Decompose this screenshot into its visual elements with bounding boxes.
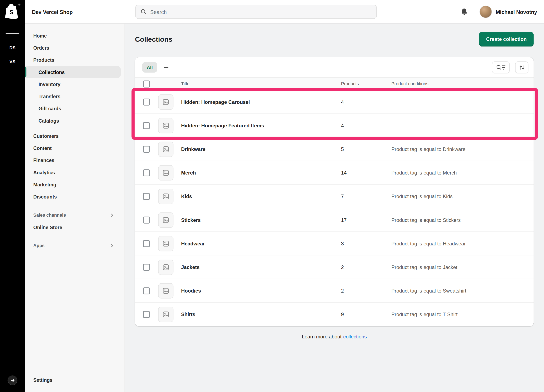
product-condition: Product tag is equal to Headwear — [391, 241, 526, 246]
sidebar-item-online-store[interactable]: Online Store — [25, 221, 125, 233]
row-checkbox[interactable] — [143, 193, 150, 200]
sidebar-item-finances[interactable]: Finances — [25, 154, 125, 166]
collection-title: Hoodies — [181, 288, 341, 294]
table-row[interactable]: Jackets 2 Product tag is equal to Jacket — [135, 255, 534, 279]
collection-title: Shirts — [181, 312, 341, 317]
collection-thumbnail — [158, 307, 173, 322]
store-shortcut-ds[interactable]: DS — [0, 45, 25, 50]
select-all-checkbox[interactable] — [143, 80, 150, 87]
create-collection-button[interactable]: Create collection — [479, 32, 534, 47]
sidebar-item-products[interactable]: Products — [25, 54, 125, 66]
table-header: Title Products Product conditions — [135, 77, 534, 90]
row-checkbox[interactable] — [143, 146, 150, 152]
sidebar-item-orders[interactable]: Orders — [25, 42, 125, 54]
image-placeholder-icon — [162, 193, 169, 200]
notifications-button[interactable] — [458, 6, 470, 18]
chevron-right-icon — [110, 244, 114, 248]
sidebar-item-content[interactable]: Content — [25, 142, 125, 154]
table-row[interactable]: Stickers 17 Product tag is equal to Stic… — [135, 208, 534, 232]
sidebar-item-inventory[interactable]: Inventory — [25, 78, 125, 90]
app-rail: S DS VS — [0, 0, 25, 392]
table-row[interactable]: Hidden: Homepage Carousel 4 — [135, 90, 534, 114]
product-count: 4 — [341, 99, 391, 105]
rail-divider — [6, 33, 20, 34]
sidebar: Home Orders Products Collections Invento… — [25, 24, 125, 392]
collection-title: Headwear — [181, 241, 341, 246]
product-count: 9 — [341, 312, 391, 317]
bell-icon — [461, 8, 467, 16]
product-condition: Product tag is equal to Stickers — [391, 217, 526, 223]
shopify-logo-icon[interactable]: S — [4, 3, 21, 21]
search-filter-icon — [496, 65, 505, 70]
row-checkbox[interactable] — [143, 287, 150, 294]
sidebar-item-home[interactable]: Home — [25, 30, 125, 42]
row-checkbox[interactable] — [143, 216, 150, 223]
row-checkbox[interactable] — [143, 122, 150, 129]
row-checkbox[interactable] — [143, 98, 150, 105]
sort-button[interactable] — [515, 61, 528, 73]
apps-label: Apps — [33, 243, 45, 248]
table-row[interactable]: Drinkware 5 Product tag is equal to Drin… — [135, 137, 534, 161]
product-count: 3 — [341, 241, 391, 246]
product-condition: Product tag is equal to Jacket — [391, 264, 526, 270]
table-row[interactable]: Kids 7 Product tag is equal to Kids — [135, 185, 534, 208]
row-checkbox[interactable] — [143, 311, 150, 318]
sidebar-section-sales-channels[interactable]: Sales channels — [25, 209, 125, 221]
chevron-right-icon — [110, 213, 114, 217]
table-row[interactable]: Headwear 3 Product tag is equal to Headw… — [135, 232, 534, 255]
row-checkbox[interactable] — [143, 169, 150, 176]
sidebar-item-collections[interactable]: Collections — [25, 66, 121, 78]
add-view-button[interactable] — [161, 62, 171, 72]
product-condition: Product tag is equal to Sweatshirt — [391, 288, 526, 294]
collection-thumbnail — [158, 259, 173, 275]
column-header-conditions: Product conditions — [391, 81, 526, 87]
topbar-right: Michael Novotny — [458, 0, 537, 24]
sidebar-section-apps[interactable]: Apps — [25, 240, 125, 252]
search-filter-button[interactable] — [492, 61, 510, 73]
table-row[interactable]: Hoodies 2 Product tag is equal to Sweats… — [135, 279, 534, 303]
row-checkbox[interactable] — [143, 264, 150, 270]
store-shortcut-vs[interactable]: VS — [0, 59, 25, 64]
table-row[interactable]: Merch 14 Product tag is equal to Merch — [135, 161, 534, 184]
product-count: 5 — [341, 146, 391, 152]
main-content: Collections Create collection All — [125, 24, 544, 392]
sidebar-item-marketing[interactable]: Marketing — [25, 178, 125, 190]
table-row[interactable]: Shirts 9 Product tag is equal to T-Shirt — [135, 303, 534, 326]
image-placeholder-icon — [162, 122, 169, 129]
rail-expand-button[interactable] — [8, 375, 18, 385]
image-placeholder-icon — [162, 216, 169, 223]
sidebar-item-catalogs[interactable]: Catalogs — [25, 114, 125, 127]
sidebar-item-transfers[interactable]: Transfers — [25, 90, 125, 102]
image-placeholder-icon — [162, 287, 169, 294]
sidebar-item-settings[interactable]: Settings — [25, 374, 124, 386]
page-title: Collections — [135, 35, 172, 43]
image-placeholder-icon — [162, 264, 169, 270]
sales-channels-label: Sales channels — [33, 213, 66, 218]
card-header: All — [135, 57, 534, 77]
table-row[interactable]: Hidden: Homepage Featured Items 4 — [135, 114, 534, 137]
sort-icon — [519, 65, 525, 70]
column-header-products: Products — [341, 81, 391, 87]
search-input[interactable] — [150, 5, 376, 18]
global-search[interactable] — [135, 5, 377, 19]
sidebar-item-gift-cards[interactable]: Gift cards — [25, 102, 125, 114]
shop-name: Dev Vercel Shop — [32, 0, 73, 24]
row-checkbox[interactable] — [143, 240, 150, 247]
sidebar-item-customers[interactable]: Customers — [25, 130, 125, 142]
image-placeholder-icon — [162, 311, 169, 318]
product-condition: Product tag is equal to Merch — [391, 170, 526, 176]
arrow-right-icon — [10, 378, 15, 383]
collection-thumbnail — [158, 118, 173, 133]
collection-thumbnail — [158, 212, 173, 227]
sidebar-item-analytics[interactable]: Analytics — [25, 166, 125, 178]
collection-title: Drinkware — [181, 146, 341, 152]
image-placeholder-icon — [162, 98, 169, 105]
user-name[interactable]: Michael Novotny — [496, 9, 537, 15]
product-count: 4 — [341, 123, 391, 128]
collections-link[interactable]: collections — [343, 334, 367, 339]
sidebar-item-discounts[interactable]: Discounts — [25, 190, 125, 203]
avatar[interactable] — [479, 6, 492, 18]
collection-thumbnail — [158, 94, 173, 109]
collection-title: Kids — [181, 194, 341, 199]
tab-all[interactable]: All — [142, 62, 157, 72]
